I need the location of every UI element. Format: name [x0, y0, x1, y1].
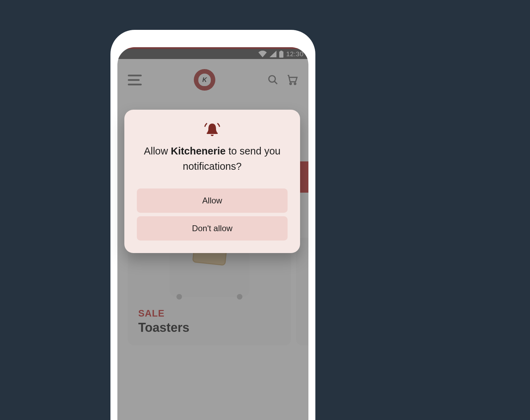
svg-rect-6 — [207, 133, 218, 134]
notification-permission-dialog: Allow Kitchenerie to send you notificati… — [124, 110, 300, 253]
notification-bell-icon — [204, 121, 221, 137]
allow-button[interactable]: Allow — [137, 188, 288, 213]
deny-button[interactable]: Don't allow — [137, 216, 288, 241]
dialog-prefix: Allow — [144, 145, 171, 157]
dialog-app-name: Kitchenerie — [171, 145, 226, 157]
dialog-message: Allow Kitchenerie to send you notificati… — [137, 144, 288, 174]
